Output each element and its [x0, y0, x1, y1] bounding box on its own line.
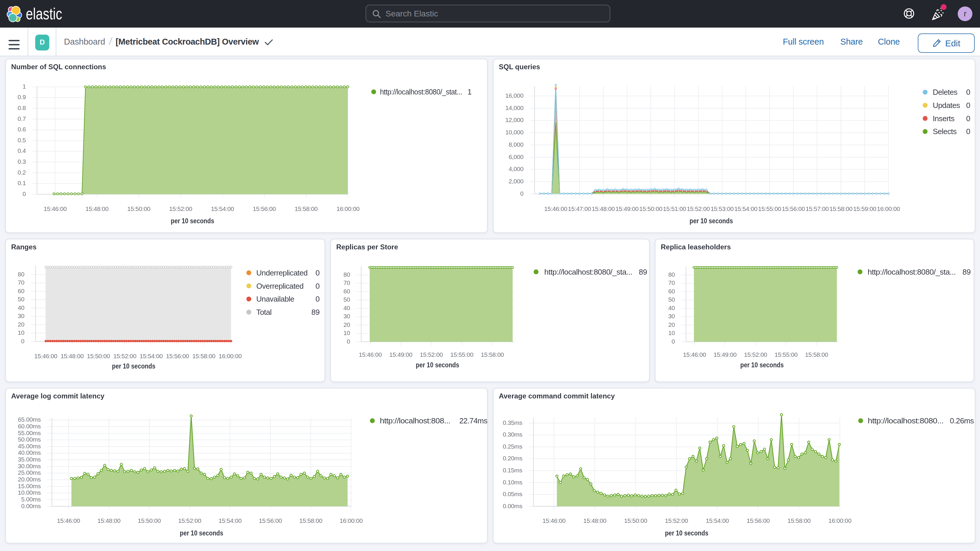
svg-text:15:49:00: 15:49:00 [389, 351, 412, 358]
svg-text:15:52:00: 15:52:00 [113, 352, 137, 359]
svg-text:0: 0 [966, 100, 970, 110]
svg-text:15:46:00: 15:46:00 [44, 205, 67, 212]
svg-text:70: 70 [668, 279, 675, 286]
svg-text:40: 40 [343, 304, 350, 311]
svg-text:15:48:00: 15:48:00 [583, 517, 606, 524]
svg-text:89: 89 [962, 267, 970, 276]
svg-text:Replica leaseholders: Replica leaseholders [660, 243, 730, 250]
svg-text:0.7: 0.7 [18, 115, 26, 122]
svg-text:0.3: 0.3 [18, 158, 26, 165]
svg-text:http://localhost:8080...: http://localhost:8080... [868, 416, 943, 425]
svg-text:8,000: 8,000 [508, 141, 523, 148]
svg-text:35.00ms: 35.00ms [18, 455, 41, 462]
svg-text:15:51:00: 15:51:00 [663, 205, 686, 212]
svg-text:20: 20 [343, 321, 350, 328]
svg-text:15:58:00: 15:58:00 [299, 517, 323, 524]
svg-text:0.30ms: 0.30ms [503, 431, 522, 438]
svg-text:per 10 seconds: per 10 seconds [740, 361, 783, 368]
svg-text:15:46:00: 15:46:00 [57, 517, 80, 524]
svg-text:15:52:00: 15:52:00 [420, 351, 443, 358]
svg-text:15:58:00: 15:58:00 [480, 351, 504, 358]
svg-text:http://localhost:808...: http://localhost:808... [380, 416, 450, 425]
svg-text:0.05ms: 0.05ms [503, 490, 522, 497]
svg-text:0: 0 [966, 114, 970, 123]
svg-text:10: 10 [18, 329, 24, 336]
svg-text:10,000: 10,000 [505, 129, 523, 135]
svg-text:0: 0 [22, 190, 26, 197]
svg-text:http://localhost:8080/_sta...: http://localhost:8080/_sta... [544, 267, 632, 276]
svg-text:0.5: 0.5 [18, 137, 26, 143]
svg-text:http://localhost:8080/_sta...: http://localhost:8080/_sta... [867, 267, 955, 276]
svg-text:15:59:00: 15:59:00 [853, 205, 876, 212]
svg-text:15:57:00: 15:57:00 [805, 205, 829, 212]
svg-text:15:50:00: 15:50:00 [138, 517, 161, 524]
svg-text:15:52:00: 15:52:00 [178, 517, 201, 524]
svg-text:0.15ms: 0.15ms [503, 467, 522, 473]
svg-text:2,000: 2,000 [508, 177, 523, 184]
svg-text:per 10 seconds: per 10 seconds [171, 217, 214, 225]
svg-text:15:58:00: 15:58:00 [787, 517, 810, 524]
svg-text:60.00ms: 60.00ms [18, 422, 41, 429]
svg-text:70: 70 [343, 279, 350, 286]
svg-text:1: 1 [22, 83, 26, 89]
svg-text:15:54:00: 15:54:00 [211, 205, 234, 212]
svg-text:per 10 seconds: per 10 seconds [689, 217, 733, 225]
svg-text:0: 0 [315, 294, 320, 303]
svg-text:20: 20 [18, 321, 24, 327]
svg-text:15:46:00: 15:46:00 [34, 352, 57, 359]
svg-text:15:56:00: 15:56:00 [259, 517, 282, 524]
svg-text:Number of SQL connections: Number of SQL connections [11, 62, 106, 70]
svg-text:15:58:00: 15:58:00 [192, 352, 216, 359]
svg-text:16:00:00: 16:00:00 [828, 517, 851, 524]
svg-text:15:58:00: 15:58:00 [805, 351, 828, 358]
svg-text:Average log commit latency: Average log commit latency [11, 392, 105, 400]
svg-text:0: 0 [347, 338, 350, 344]
svg-text:15:52:00: 15:52:00 [665, 517, 688, 524]
svg-text:15:49:00: 15:49:00 [713, 351, 737, 358]
svg-text:15:52:00: 15:52:00 [169, 205, 192, 212]
svg-text:Average command commit latency: Average command commit latency [498, 392, 615, 400]
svg-text:12,000: 12,000 [505, 116, 523, 123]
svg-text:0.1: 0.1 [18, 179, 26, 186]
svg-text:89: 89 [638, 267, 647, 276]
svg-text:15:50:00: 15:50:00 [624, 517, 647, 524]
svg-text:60: 60 [668, 288, 675, 294]
svg-text:16,000: 16,000 [505, 92, 523, 99]
svg-text:15:56:00: 15:56:00 [782, 205, 805, 212]
svg-text:15:46:00: 15:46:00 [358, 351, 382, 358]
svg-text:25.00ms: 25.00ms [18, 469, 41, 476]
svg-text:15:54:00: 15:54:00 [140, 352, 163, 359]
svg-text:30: 30 [18, 312, 24, 319]
svg-text:6,000: 6,000 [508, 153, 523, 160]
svg-text:16:00:00: 16:00:00 [337, 205, 360, 212]
svg-text:4,000: 4,000 [508, 165, 523, 172]
svg-text:Deletes: Deletes [932, 88, 958, 96]
svg-text:0.35ms: 0.35ms [503, 419, 522, 426]
svg-text:16:00:00: 16:00:00 [340, 517, 363, 524]
svg-text:89: 89 [311, 307, 320, 316]
svg-text:15:46:00: 15:46:00 [544, 205, 567, 212]
svg-text:15:55:00: 15:55:00 [774, 351, 797, 358]
svg-text:15:48:00: 15:48:00 [85, 205, 108, 212]
svg-text:15:54:00: 15:54:00 [219, 517, 242, 524]
svg-text:15:54:00: 15:54:00 [706, 517, 729, 524]
svg-text:80: 80 [668, 271, 675, 277]
svg-text:15:46:00: 15:46:00 [542, 517, 565, 524]
svg-text:0.2: 0.2 [18, 169, 26, 175]
svg-text:10: 10 [343, 329, 350, 336]
svg-text:16:00:00: 16:00:00 [219, 352, 242, 359]
svg-text:15:47:00: 15:47:00 [568, 205, 591, 212]
svg-text:80: 80 [18, 271, 24, 277]
svg-text:15:52:00: 15:52:00 [744, 351, 767, 358]
svg-text:15:49:00: 15:49:00 [615, 205, 638, 212]
svg-text:http://localhost:8080/_stat...: http://localhost:8080/_stat... [380, 87, 462, 96]
svg-text:30: 30 [343, 312, 350, 319]
svg-text:0.4: 0.4 [18, 147, 26, 154]
svg-text:55.00ms: 55.00ms [18, 429, 41, 436]
svg-text:65.00ms: 65.00ms [18, 416, 41, 422]
svg-text:15:48:00: 15:48:00 [592, 205, 615, 212]
svg-text:50: 50 [668, 296, 675, 303]
svg-text:Selects: Selects [932, 127, 956, 135]
svg-text:Replicas per Store: Replicas per Store [336, 243, 398, 250]
svg-text:0: 0 [966, 88, 970, 96]
